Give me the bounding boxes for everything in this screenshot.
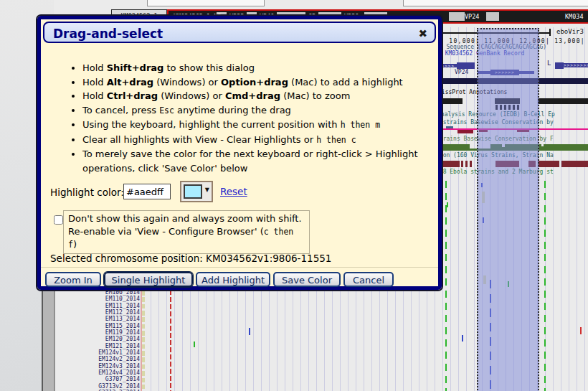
row-label: EM124v1_2014 bbox=[54, 349, 140, 356]
ideogram-band bbox=[486, 12, 499, 21]
add-highlight-button[interactable]: Add Highlight bbox=[196, 272, 270, 287]
variant-tick-green bbox=[447, 202, 448, 207]
highlight-color-label: Highlight color: bbox=[50, 187, 124, 198]
ideogram-gene-label: VP24 bbox=[465, 13, 479, 20]
dialog-titlebar[interactable]: Drag-and-select ✖ bbox=[43, 22, 436, 43]
row-label: G3707_2014 bbox=[54, 376, 140, 382]
row-label: EM124v3_2014 bbox=[54, 363, 140, 369]
drag-and-select-dialog: Drag-and-select ✖ Hold Shift+drag to sho… bbox=[37, 16, 442, 290]
row-label: EM106_2014 bbox=[54, 289, 140, 296]
strain-block bbox=[538, 161, 559, 167]
button-separator bbox=[41, 267, 438, 268]
color-picker-dropdown[interactable]: ▼ bbox=[180, 181, 213, 202]
alignment-row-labels: EM106_2014 EM110_2014 EM111_2014 EM112_2… bbox=[54, 289, 140, 391]
list-item: To merely save the color for the next ke… bbox=[82, 147, 435, 175]
row-label: EM124v2_2014 bbox=[54, 356, 140, 362]
variant-tick-blue bbox=[462, 335, 463, 341]
assembly-label: eboVir3 bbox=[556, 29, 584, 35]
row-label: EM113_2014 bbox=[54, 316, 140, 322]
dialog-button-bar: Zoom In Single Highlight Add Highlight S… bbox=[45, 272, 394, 287]
row-label: EM111_2014 bbox=[54, 303, 140, 309]
ideogram-band bbox=[449, 12, 465, 21]
save-color-button[interactable]: Save Color bbox=[273, 272, 341, 287]
gene-exon-block bbox=[555, 62, 564, 69]
list-item: Hold Shift+drag to show this dialog bbox=[82, 61, 435, 75]
strain-block bbox=[465, 161, 468, 167]
row-label: EM120_2014 bbox=[54, 336, 140, 342]
highlight-dash-green bbox=[544, 181, 546, 391]
instruction-list: Hold Shift+drag to show this dialog Hold… bbox=[70, 61, 435, 175]
variant-tick-green bbox=[194, 341, 195, 347]
variant-dash-red bbox=[170, 290, 171, 391]
cancel-button[interactable]: Cancel bbox=[343, 272, 394, 287]
highlight-color-input[interactable] bbox=[123, 184, 171, 199]
swissprot-block bbox=[538, 98, 588, 104]
close-icon[interactable]: ✖ bbox=[418, 23, 427, 44]
zoom-in-button[interactable]: Zoom In bbox=[45, 272, 101, 287]
list-item: Hold Alt+drag (Windows) or Option+drag (… bbox=[82, 75, 435, 90]
screen: KM034562v1 KM034562v1_NP VP35 VP40 GP VP… bbox=[0, 0, 588, 391]
dont-show-again-label-box: Don't show this again and always zoom wi… bbox=[63, 210, 310, 254]
list-item: To cancel, press Esc anytime during the … bbox=[82, 103, 435, 118]
gene-label-vp24: VP24 bbox=[455, 69, 468, 75]
list-item: Clear all highlights with View - Clear H… bbox=[82, 133, 435, 148]
row-label: EM115_2014 bbox=[54, 323, 140, 329]
ideogram-gene-label: KM034 bbox=[565, 13, 584, 20]
track-control-strip[interactable] bbox=[42, 290, 55, 391]
gene-label-l: L bbox=[547, 60, 551, 67]
gene-box: >>>>>>>> bbox=[564, 63, 588, 67]
color-swatch bbox=[184, 184, 202, 199]
drag-selection-region[interactable] bbox=[477, 28, 539, 391]
list-item: Using the keyboard, highlight the curren… bbox=[82, 118, 435, 133]
search-box-cutoff bbox=[403, 0, 588, 6]
highlight-dash-green bbox=[445, 181, 447, 391]
strain-block bbox=[470, 161, 472, 167]
reset-link[interactable]: Reset bbox=[220, 186, 247, 197]
row-label: EM119_2014 bbox=[54, 329, 140, 336]
row-label: EM110_2014 bbox=[54, 296, 140, 302]
conservation-peak bbox=[446, 126, 453, 128]
gene-exon-block bbox=[457, 62, 475, 69]
row-label: EM121_2014 bbox=[54, 343, 140, 349]
checkbox-line2: Re-enable via 'View - Configure Browser'… bbox=[68, 225, 305, 252]
single-highlight-button[interactable]: Single Highlight bbox=[104, 272, 193, 287]
selected-position-text: Selected chromosome position: KM034562v1… bbox=[50, 253, 331, 264]
row-label: G3713v2_2014 bbox=[54, 383, 140, 390]
variant-tick-blue bbox=[249, 328, 250, 335]
strain-block bbox=[461, 161, 463, 167]
dialog-title: Drag-and-select bbox=[53, 27, 163, 41]
list-item: Hold Ctrl+drag (Windows) or Cmd+drag (Ma… bbox=[82, 89, 435, 103]
variant-tick-red bbox=[580, 327, 582, 334]
dont-show-again-checkbox[interactable] bbox=[54, 215, 63, 225]
conservation-area bbox=[544, 144, 588, 151]
checkbox-line1: Don't show this again and always zoom wi… bbox=[68, 212, 305, 225]
alignment-khaki-column bbox=[142, 291, 145, 391]
chevron-down-icon: ▼ bbox=[205, 187, 209, 193]
row-label: EM124v4_2014 bbox=[54, 369, 140, 376]
strain-block bbox=[561, 161, 588, 167]
conservation-dip bbox=[457, 130, 473, 133]
ruler-end-tick bbox=[549, 29, 551, 36]
position-box-cutoff bbox=[147, 0, 265, 6]
row-label: EM112_2014 bbox=[54, 309, 140, 316]
